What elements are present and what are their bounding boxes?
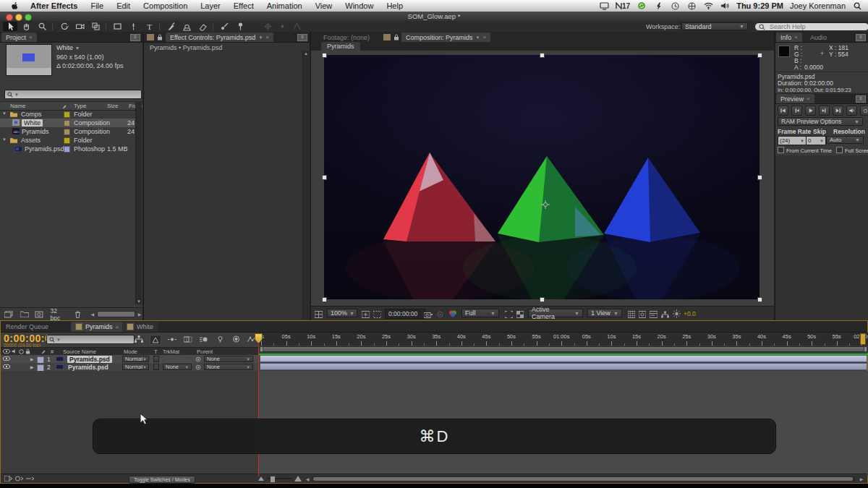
scroll-down-icon[interactable]: ▼ [136,299,142,304]
ram-preview-options-dropdown[interactable]: RAM Preview Options▼ [778,117,863,126]
panel-menu-icon[interactable]: ≡ [856,34,866,41]
eye-icon[interactable] [3,364,10,369]
audio-column-icon[interactable] [12,348,17,354]
blend-mode-dropdown[interactable]: Normal▼ [122,364,149,370]
layer-duration-bar-1[interactable] [260,355,867,362]
clone-stamp-tool[interactable] [179,22,194,31]
column-mode[interactable]: Mode [124,348,137,355]
selection-tool[interactable] [3,22,17,31]
label-color-swatch[interactable] [64,129,70,135]
mask-visibility-icon[interactable] [373,310,381,319]
scroll-right-icon[interactable]: ▶ [859,476,864,481]
display-icon[interactable] [599,1,609,10]
selection-handle[interactable] [322,175,327,180]
tab-timeline-pyramids[interactable]: Pyramids× [71,322,123,332]
label-color-swatch[interactable] [64,120,70,127]
selection-handle[interactable] [322,53,327,58]
composition-canvas[interactable] [324,55,760,299]
play-button[interactable] [805,106,816,116]
full-screen-checkbox[interactable]: Full Screen [836,147,868,154]
rotation-tool[interactable] [56,22,71,31]
scroll-up-icon[interactable]: ▲ [303,51,309,56]
workspace-dropdown[interactable]: Standard▼ [681,22,748,30]
comp-name-tab[interactable]: Pyramids [321,42,360,51]
menu-user[interactable]: Joey Korenman [790,1,846,10]
expand-inout-icon[interactable] [26,476,34,481]
column-size[interactable]: Size [107,103,119,109]
menu-help[interactable]: Help [386,1,403,10]
resolution-preview-dropdown[interactable]: Auto▼ [826,136,864,144]
chevron-down-icon[interactable]: ▼ [258,35,263,40]
selection-handle[interactable] [322,297,327,302]
draft-3d-icon[interactable] [150,335,161,345]
layer-label-swatch[interactable] [37,364,44,372]
solo-column-icon[interactable] [19,349,24,354]
lock-icon[interactable] [157,34,163,40]
safe-areas-icon[interactable] [362,310,370,319]
trash-icon[interactable] [75,311,81,318]
snapshot-icon[interactable] [424,310,433,319]
type-tool[interactable]: T [142,22,156,31]
eraser-tool[interactable] [195,22,210,31]
from-current-time-checkbox[interactable]: From Current Time [778,147,832,154]
motion-blur-icon[interactable] [199,335,209,343]
interpret-footage-icon[interactable] [4,311,14,318]
time-machine-icon[interactable] [670,1,680,10]
panel-menu-icon[interactable]: ≡ [297,34,307,41]
column-t[interactable]: T [154,348,158,355]
menu-composition[interactable]: Composition [143,1,187,10]
view-layout-dropdown[interactable]: 1 View▼ [587,309,622,317]
close-tab-icon[interactable]: × [794,34,798,40]
pen-tool[interactable] [126,22,140,31]
scroll-right-icon[interactable]: ▶ [137,312,142,317]
panel-menu-icon[interactable]: ≡ [856,95,866,103]
timeline-zoom-slider-handle[interactable] [270,476,276,483]
track-matte-dropdown[interactable]: None▼ [163,364,192,370]
close-tab-icon[interactable]: × [807,95,810,102]
frame-rate-dropdown[interactable]: (24)▼ [778,136,807,145]
axis-mode-view-icon[interactable] [289,22,304,31]
tab-info[interactable]: Info× [776,33,802,42]
label-color-swatch[interactable] [64,111,70,118]
column-trkmat[interactable]: TrkMat [163,348,179,355]
panel-menu-icon[interactable]: ≡ [130,34,140,41]
close-tab-icon[interactable]: × [116,324,119,330]
close-tab-icon[interactable]: × [482,34,486,40]
layer-label-swatch[interactable] [37,356,44,364]
menu-clock[interactable]: Thu 9:29 PM [736,1,783,10]
window-title-bar[interactable]: SOM_Glow.aep * [0,12,868,22]
volume-icon[interactable] [720,1,730,10]
label-color-swatch[interactable] [64,137,70,144]
label-column-icon[interactable] [61,103,67,109]
timeline-horizontal-scrollbar[interactable] [312,476,856,481]
roto-brush-tool[interactable] [217,22,231,31]
project-row-pyramids-psd[interactable]: Pyramids.psd Photoshop 1.5 MB [0,145,136,153]
grid-options-icon[interactable] [315,310,323,319]
chevron-down-icon[interactable]: ▼ [476,35,480,40]
layer-source-name[interactable]: Pyramids.psd [67,356,112,363]
new-composition-icon[interactable] [35,311,43,318]
menu-layer[interactable]: Layer [200,1,221,10]
channels-icon[interactable] [448,309,457,318]
project-horizontal-scrollbar[interactable] [97,311,135,317]
zoom-tool[interactable] [35,22,49,31]
skip-dropdown[interactable]: 0▼ [806,136,826,145]
composition-mini-flowchart-icon[interactable] [134,335,144,343]
timeline-search-field[interactable]: ▼ [46,335,135,344]
work-area-bar[interactable] [259,346,868,353]
project-item-name[interactable]: Pyramids.psd [25,145,64,153]
t-switch[interactable] [153,356,159,362]
project-selected-item[interactable]: White ▼ [56,43,124,53]
checkbox-icon[interactable] [778,147,784,153]
menu-animation[interactable]: Animation [267,1,302,10]
camera-view-dropdown[interactable]: Active Camera▼ [528,309,583,317]
project-item-name[interactable]: Assets [21,137,41,144]
timeline-ruler[interactable]: 0s05s10s15s20s25s30s35s40s45s50s55s01:00… [259,333,868,346]
axis-mode-world-icon[interactable] [275,22,289,31]
project-vertical-scrollbar[interactable] [135,102,142,304]
blend-mode-dropdown[interactable]: Normal▼ [122,356,149,362]
project-row-pyramids[interactable]: Pyramids Composition 24 [0,127,136,136]
column-source-name[interactable]: Source Name [63,348,96,355]
transparency-grid-icon[interactable] [516,310,524,319]
disclosure-triangle-icon[interactable]: ▼ [2,137,7,142]
